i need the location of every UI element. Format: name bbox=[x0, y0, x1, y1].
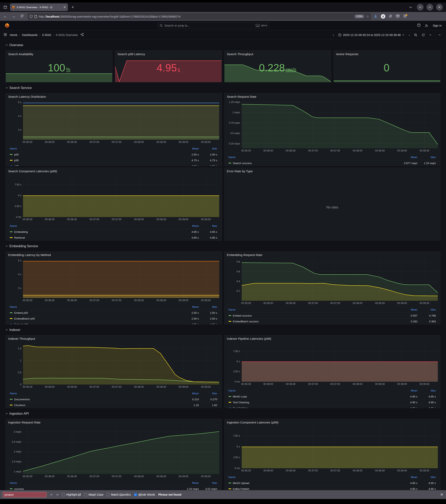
whole-words-checkbox[interactable]: Whole Words bbox=[134, 493, 155, 496]
legend-row[interactable]: Retrieval4.95 s4.95 s bbox=[10, 234, 219, 240]
legend-row[interactable]: Text Splitting4.95 s4.95 s bbox=[228, 405, 437, 408]
panel-active-requests[interactable]: Active Requests 0 bbox=[334, 50, 440, 82]
url-text[interactable]: http://localhost:3000/d/xrag-overview/x-… bbox=[39, 15, 353, 18]
breadcrumb-home[interactable]: Home bbox=[10, 33, 17, 36]
legend-col-max[interactable]: Max bbox=[200, 392, 219, 395]
downloads-icon[interactable] bbox=[374, 14, 377, 18]
legend-row[interactable]: EmbedBatch success0.2820.363 bbox=[228, 318, 437, 324]
legend-row[interactable]: Embedding4.95 s4.95 s bbox=[10, 229, 219, 234]
legend-col-name[interactable]: Name bbox=[10, 147, 176, 150]
page-info-icon[interactable] bbox=[34, 15, 37, 18]
collapse-controls-icon[interactable] bbox=[437, 33, 442, 36]
legend-row[interactable]: MinIO Load4.95 s4.95 s bbox=[228, 394, 437, 399]
find-close-icon[interactable]: ✕ bbox=[440, 492, 443, 497]
search-input[interactable]: Search or jump to... ctrl+k bbox=[157, 22, 269, 29]
panel-embedding-latency-by-method[interactable]: Embedding Latency by Method 3 s4 s5 s00:… bbox=[6, 252, 222, 324]
legend-col-max[interactable]: Max bbox=[419, 308, 437, 311]
time-back-icon[interactable]: ‹ bbox=[331, 33, 336, 37]
bookmark-star-icon[interactable]: ☆ bbox=[366, 14, 369, 18]
legend-col-name[interactable]: Name bbox=[228, 156, 395, 159]
legend-col-name[interactable]: Name bbox=[10, 224, 176, 227]
row-indexer[interactable]: Indexer bbox=[6, 326, 440, 334]
legend[interactable]: NameMeanMaxDocuments/s0.2100.270Chunks/s… bbox=[8, 390, 219, 408]
legend-col-max[interactable]: Max bbox=[200, 481, 219, 485]
panel-ingestion-component-latencies[interactable]: Ingestion Component Latencies (p99) 0 ms… bbox=[224, 419, 441, 490]
legend-col-max[interactable]: Max bbox=[200, 224, 219, 227]
maximize-button[interactable] bbox=[427, 4, 433, 11]
legend-row[interactable]: MinIO Upload4.95 s4.95 s bbox=[228, 480, 437, 486]
extensions-puzzle-icon[interactable] bbox=[389, 14, 392, 18]
find-input[interactable] bbox=[3, 492, 47, 497]
firefox-view-icon[interactable] bbox=[2, 4, 8, 10]
mega-menu-icon[interactable] bbox=[4, 33, 7, 37]
share-icon[interactable] bbox=[81, 33, 84, 37]
legend-col-mean[interactable]: Mean bbox=[176, 224, 200, 227]
legend-col-max[interactable]: Max bbox=[419, 389, 437, 392]
refresh-icon[interactable] bbox=[420, 33, 427, 37]
legend-row[interactable]: p502.50 s2.50 s bbox=[10, 151, 219, 157]
minimize-button[interactable] bbox=[417, 4, 424, 11]
panel-error-rate-by-type[interactable]: Error Rate by Type No data bbox=[224, 168, 441, 241]
browser-tab[interactable]: X-RAG Overview - X-RAG - D ✕ bbox=[10, 3, 68, 11]
legend[interactable]: NameMeanMaxEmbed success0.5570.786EmbedB… bbox=[227, 306, 438, 324]
legend-row[interactable]: Embed p502.50 s2.50 s bbox=[10, 310, 219, 316]
row-embedding-service[interactable]: Embedding Service bbox=[6, 242, 440, 250]
legend[interactable]: NameMeanMaxMinIO Upload4.95 s4.95 sKafka… bbox=[227, 473, 438, 490]
sign-in-link[interactable]: Sign in bbox=[433, 24, 442, 27]
find-next-icon[interactable] bbox=[56, 493, 59, 496]
legend-row[interactable]: EmbedBatch p502.50 s2.50 s bbox=[10, 316, 219, 321]
breadcrumb-dashboards[interactable]: Dashboards bbox=[22, 33, 37, 36]
legend[interactable]: NameMeanMaxSearch success0.877 req/s1.20… bbox=[227, 153, 438, 166]
legend[interactable]: NameMeanMaxsuccess2.20 req/s3.02 req/s bbox=[8, 479, 219, 490]
panel-indexer-pipeline-latencies[interactable]: Indexer Pipeline Latencies (p99) 0 ms2.5… bbox=[224, 335, 441, 408]
panel-search-request-rate[interactable]: Search Request Rate 0.25 req/s0.5 req/s0… bbox=[224, 93, 441, 166]
legend[interactable]: NameMeanMaxEmbed p502.50 s2.50 sEmbedBat… bbox=[8, 303, 219, 324]
list-all-tabs-icon[interactable] bbox=[409, 5, 412, 9]
zoom-out-icon[interactable] bbox=[412, 33, 419, 37]
close-window-button[interactable]: ✕ bbox=[436, 4, 443, 11]
highlight-all-checkbox[interactable]: Highlight All bbox=[62, 493, 81, 496]
legend[interactable]: NameMeanMaxp502.50 s2.50 sp954.75 s4.75 … bbox=[8, 145, 219, 166]
legend-col-name[interactable]: Name bbox=[10, 392, 176, 395]
match-diacritics-checkbox[interactable]: Match Diacritics bbox=[107, 493, 131, 496]
panel-embedding-request-rate[interactable]: Embedding Request Rate 0.20.40.60.800:35… bbox=[224, 252, 441, 324]
legend-col-max[interactable]: Max bbox=[419, 476, 437, 479]
row-search-service[interactable]: Search Service bbox=[6, 84, 440, 91]
legend-row[interactable]: Chunks/s1.151.62 bbox=[10, 402, 219, 408]
time-forward-icon[interactable]: › bbox=[407, 33, 412, 37]
legend-row[interactable]: success2.20 req/s3.02 req/s bbox=[10, 486, 219, 490]
legend-row[interactable]: Embed p994.95 s4.95 s bbox=[10, 321, 219, 324]
url-bar[interactable]: http://localhost:3000/d/xrag-overview/x-… bbox=[28, 13, 371, 20]
refresh-interval-chevron-icon[interactable] bbox=[428, 33, 433, 36]
legend-row[interactable]: p994.95 s4.95 s bbox=[10, 163, 219, 166]
legend-col-mean[interactable]: Mean bbox=[395, 308, 419, 311]
legend-col-name[interactable]: Name bbox=[228, 308, 395, 311]
legend-col-name[interactable]: Name bbox=[228, 389, 395, 392]
app-menu-icon[interactable] bbox=[403, 15, 407, 18]
panel-search-component-latencies[interactable]: Search Component Latencies (p99) 0 ms2.5… bbox=[6, 168, 222, 241]
row-overview[interactable]: Overview bbox=[6, 41, 440, 49]
legend-row[interactable]: Kafka Publish4.95 s4.95 s bbox=[228, 486, 437, 490]
row-ingestion-api[interactable]: Ingestion API bbox=[6, 410, 440, 417]
legend-col-name[interactable]: Name bbox=[10, 481, 176, 485]
panel-indexer-throughput[interactable]: Indexer Throughput 00.511.500:35:3000:36… bbox=[6, 335, 222, 408]
legend[interactable]: NameMeanMaxMinIO Load4.95 s4.95 sText Cl… bbox=[227, 387, 438, 408]
panel-search-availability[interactable]: Search Availability 100% bbox=[6, 50, 112, 82]
extension-s-icon[interactable]: S bbox=[381, 14, 385, 18]
legend-col-name[interactable]: Name bbox=[228, 476, 395, 479]
grafana-logo[interactable] bbox=[4, 23, 10, 28]
legend[interactable]: NameMeanMaxEmbedding4.95 s4.95 sRetrieva… bbox=[8, 222, 219, 240]
breadcrumb-folder[interactable]: X-RAG bbox=[42, 33, 51, 36]
legend-col-mean[interactable]: Mean bbox=[395, 476, 419, 479]
back-button[interactable]: ← bbox=[2, 14, 8, 18]
legend-col-max[interactable]: Max bbox=[200, 305, 219, 308]
zoom-level-badge[interactable]: 120% bbox=[354, 14, 364, 18]
new-tab-button[interactable]: + bbox=[69, 4, 76, 10]
legend-col-mean[interactable]: Mean bbox=[176, 305, 200, 308]
legend-col-max[interactable]: Max bbox=[200, 147, 219, 150]
panel-search-latency-distribution[interactable]: Search Latency Distribution 3 s4 s5 s00:… bbox=[6, 93, 222, 166]
legend-col-mean[interactable]: Mean bbox=[176, 392, 200, 395]
screenshot-tool-icon[interactable] bbox=[396, 15, 400, 18]
legend-row[interactable]: p954.75 s4.75 s bbox=[10, 157, 219, 163]
forward-button[interactable]: → bbox=[11, 14, 16, 18]
